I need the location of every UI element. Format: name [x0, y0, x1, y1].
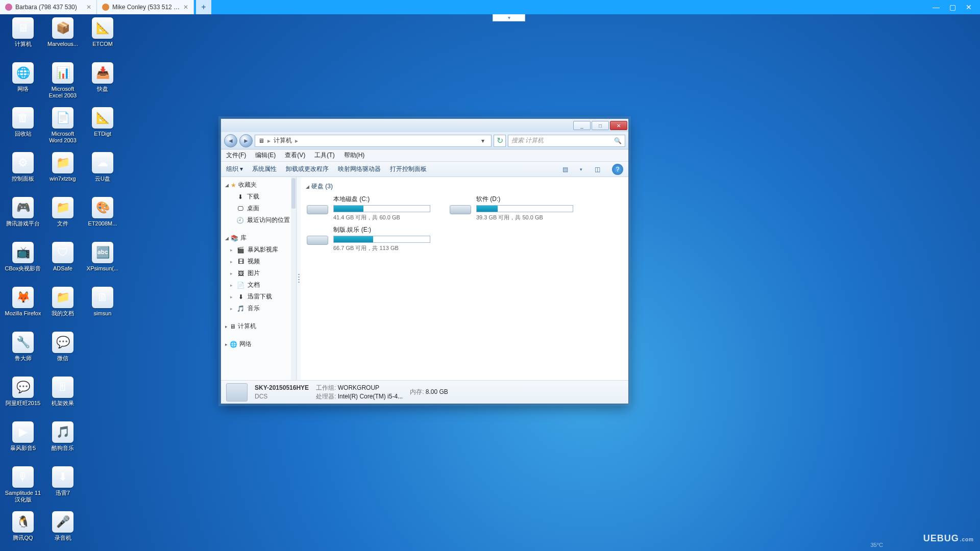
sidebar-item[interactable]: 🖵桌面 — [225, 203, 296, 214]
explorer-window: _ □ ✕ ◄ ► 🖥 ▸ 计算机 ▸ ▾ ↻ 搜索 计算机 🔍 文件(F) 编… — [220, 118, 629, 404]
desktop-icon[interactable]: 📄Microsoft Word 2003 — [44, 107, 82, 152]
group-header[interactable]: ◢ 硬盘 (3) — [306, 180, 623, 195]
desktop-icon[interactable]: ⬇迅雷7 — [44, 466, 82, 511]
uninstall-programs-button[interactable]: 卸载或更改程序 — [286, 165, 329, 173]
sidebar-item[interactable]: ▸🎵音乐 — [225, 303, 296, 314]
desktop-icon[interactable]: 📺CBox央视影音 — [4, 242, 42, 287]
icon-label: 机架效果 — [52, 400, 74, 407]
app-icon: 🔧 — [12, 332, 34, 353]
control-panel-button[interactable]: 打开控制面板 — [390, 165, 427, 173]
sidebar-item[interactable]: ▸📄文档 — [225, 279, 296, 291]
scrollbar[interactable] — [291, 177, 296, 380]
sidebar-item[interactable]: ▸🎞视频 — [225, 256, 296, 267]
refresh-button[interactable]: ↻ — [494, 135, 506, 147]
organize-button[interactable]: 组织 ▾ — [226, 165, 243, 173]
forward-button[interactable]: ► — [239, 134, 253, 147]
minimize-button[interactable]: _ — [573, 121, 591, 130]
desktop-icon[interactable]: ☁云U盘 — [84, 152, 121, 197]
view-mode-button[interactable]: ▤ — [559, 164, 571, 175]
help-button[interactable]: ? — [612, 164, 623, 175]
menu-file[interactable]: 文件(F) — [226, 151, 246, 160]
search-input[interactable]: 搜索 计算机 🔍 — [508, 135, 625, 147]
desktop-icon[interactable]: 🌐网络 — [4, 62, 42, 107]
desktop-icon[interactable]: 📐ETCOM — [84, 17, 121, 62]
desktop-icon[interactable]: 💬微信 — [44, 332, 82, 377]
back-button[interactable]: ◄ — [224, 134, 237, 147]
sidebar-item[interactable]: ⬇下载 — [225, 191, 296, 203]
close-button[interactable]: ✕ — [963, 3, 975, 11]
window-controls: — ▢ ✕ — [930, 0, 980, 14]
item-label: 文档 — [248, 281, 260, 289]
desktop-icon[interactable]: 🔤XPsimsun(... — [84, 242, 121, 287]
desktop-icon[interactable]: 🔧鲁大师 — [4, 332, 42, 377]
desktop-icon[interactable]: ⚙控制面板 — [4, 152, 42, 197]
drive-item[interactable]: 制版.娱乐 (E:) 66.7 GB 可用，共 113 GB — [306, 226, 433, 252]
desktop-icon[interactable]: ▶暴风影音5 — [4, 421, 42, 466]
desktop-icon[interactable]: 🎚机架效果 — [44, 377, 82, 421]
map-network-drive-button[interactable]: 映射网络驱动器 — [338, 165, 381, 173]
desktop-icon[interactable]: 🎤录音机 — [44, 511, 82, 551]
system-properties-button[interactable]: 系统属性 — [252, 165, 277, 173]
menu-tools[interactable]: 工具(T) — [314, 151, 334, 160]
desktop-icon[interactable]: 🎨ET2008M... — [84, 197, 121, 242]
icon-label: 酷狗音乐 — [52, 445, 74, 452]
item-icon: 🎞 — [237, 258, 244, 265]
address-bar[interactable]: 🖥 ▸ 计算机 ▸ ▾ — [255, 135, 492, 147]
menu-edit[interactable]: 编辑(E) — [255, 151, 276, 160]
close-button[interactable]: ✕ — [610, 121, 627, 130]
desktop-icon[interactable]: 🗑回收站 — [4, 107, 42, 152]
menu-view[interactable]: 查看(V) — [285, 151, 305, 160]
desktop-icon[interactable]: 📁win7xtztxg — [44, 152, 82, 197]
tab-mike[interactable]: Mike Conley (533 512 … ✕ — [97, 0, 194, 14]
dropdown-handle[interactable]: ▾ — [493, 14, 525, 21]
close-icon[interactable]: ✕ — [183, 4, 188, 11]
desktop-icon[interactable]: 🎙Samplitude 11 汉化版 — [4, 466, 42, 511]
splitter[interactable] — [297, 177, 301, 380]
avatar-icon — [102, 4, 109, 11]
icon-label: 鲁大师 — [15, 355, 32, 362]
sidebar-favorites[interactable]: ◢ ★ 收藏夹 — [225, 179, 296, 191]
desktop-icon[interactable]: 🦊Mozilla Firefox — [4, 287, 42, 332]
sidebar-computer[interactable]: ▸ 🖥 计算机 — [225, 320, 296, 332]
sidebar-item[interactable]: ▸⬇迅雷下载 — [225, 291, 296, 303]
app-icon: 🔤 — [92, 242, 113, 263]
sidebar-item[interactable]: ▸🎬暴风影视库 — [225, 244, 296, 256]
titlebar[interactable]: _ □ ✕ — [221, 119, 628, 132]
desktop: 🖥计算机📦Marvelous...📐ETCOM🌐网络📊Microsoft Exc… — [0, 15, 126, 551]
sidebar-item[interactable]: 🕘最近访问的位置 — [225, 214, 296, 226]
minimize-button[interactable]: — — [930, 3, 942, 11]
content-pane: ◢ 硬盘 (3) 本地磁盘 (C:) 41.4 GB 可用，共 60.0 GB … — [301, 177, 628, 380]
tab-barbara[interactable]: Barbara (798 437 530) ✕ — [0, 0, 97, 14]
maximize-button[interactable]: □ — [592, 121, 609, 130]
sidebar-libraries[interactable]: ◢ 📚 库 — [225, 232, 296, 244]
desktop-icon[interactable]: 🗎simsun — [84, 287, 121, 332]
desktop-icon[interactable]: 📊Microsoft Excel 2003 — [44, 62, 82, 107]
new-tab-button[interactable]: + — [196, 0, 211, 14]
usage-bar — [476, 205, 573, 212]
maximize-button[interactable]: ▢ — [946, 3, 959, 11]
app-icon: 🎤 — [52, 511, 74, 533]
desktop-icon[interactable]: 💬阿里旺旺2015 — [4, 377, 42, 421]
menu-help[interactable]: 帮助(H) — [344, 151, 365, 160]
collapse-icon: ◢ — [225, 236, 229, 241]
desktop-icon[interactable]: 📁文件 — [44, 197, 82, 242]
desktop-icon[interactable]: 📥快盘 — [84, 62, 121, 107]
address-dropdown[interactable]: ▾ — [478, 137, 488, 144]
desktop-icon[interactable]: 🛡ADSafe — [44, 242, 82, 287]
preview-pane-button[interactable]: ◫ — [592, 164, 603, 175]
desktop-icon[interactable]: 📦Marvelous... — [44, 17, 82, 62]
drive-item[interactable]: 本地磁盘 (C:) 41.4 GB 可用，共 60.0 GB — [306, 195, 433, 221]
sidebar-network[interactable]: ▸ 🌐 网络 — [225, 338, 296, 350]
desktop-icon[interactable]: 🎮腾讯游戏平台 — [4, 197, 42, 242]
sidebar-item[interactable]: ▸🖼图片 — [225, 267, 296, 279]
desktop-icon[interactable]: 📁我的文档 — [44, 287, 82, 332]
desktop-icon[interactable]: 📐ETDigt — [84, 107, 121, 152]
desktop-icon[interactable]: 🖥计算机 — [4, 17, 42, 62]
avatar-icon — [5, 4, 12, 11]
icon-label: 控制面板 — [12, 176, 34, 182]
desktop-icon[interactable]: 🎵酷狗音乐 — [44, 421, 82, 466]
breadcrumb[interactable]: 计算机 — [274, 136, 292, 145]
desktop-icon[interactable]: 🐧腾讯QQ — [4, 511, 42, 551]
close-icon[interactable]: ✕ — [86, 4, 91, 11]
drive-item[interactable]: 软件 (D:) 39.3 GB 可用，共 50.0 GB — [449, 195, 576, 221]
